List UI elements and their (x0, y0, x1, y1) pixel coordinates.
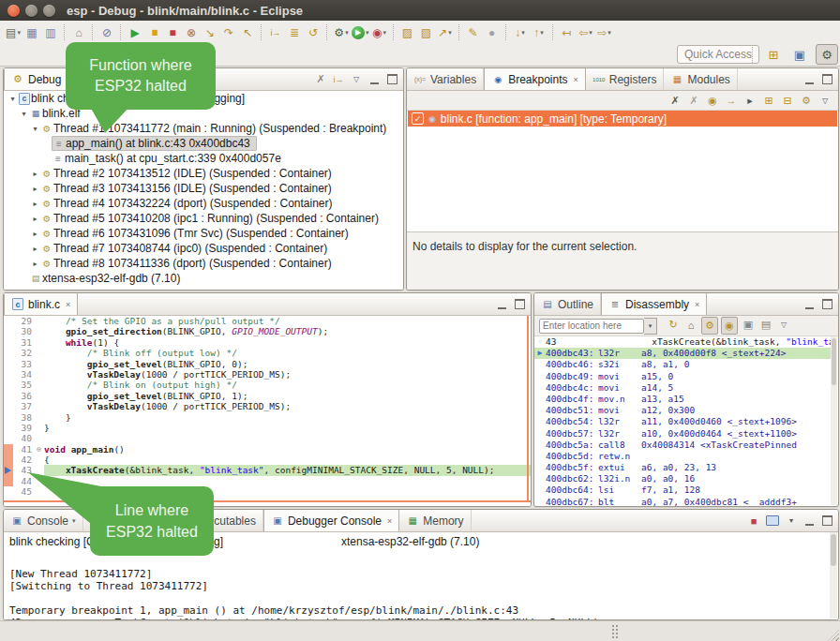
dropdown-arrow-icon[interactable]: ▾ (589, 29, 592, 37)
link-with-active-context-icon[interactable]: ⚙ (701, 317, 718, 335)
maximize-icon[interactable] (386, 74, 398, 84)
home-icon[interactable]: ⌂ (683, 317, 698, 333)
code-editor[interactable]: 29 /* Set the GPIO as a push/pull output… (4, 316, 531, 506)
display-console-icon[interactable] (766, 515, 779, 526)
tree-row[interactable]: ▸⚙Thread #4 1073432224 (dport) (Suspende… (4, 196, 403, 211)
last-edit-location-icon[interactable]: ↤ (559, 23, 576, 42)
disconnect-icon[interactable]: ⊗ (183, 23, 200, 42)
maximize-icon[interactable] (821, 515, 832, 526)
debug-icon[interactable]: ⚙▾ (333, 23, 350, 42)
disassembly-scrollbar[interactable] (831, 336, 837, 505)
dropdown-arrow-icon[interactable]: ▾ (345, 29, 349, 37)
breakpoint-row[interactable]: ✓ ◉ blink.c [function: app_main] [type: … (408, 111, 837, 127)
location-input[interactable]: Enter location here (539, 319, 644, 334)
external-tools-icon[interactable]: ◉▾ (371, 23, 388, 42)
disassembly-row[interactable]: 400dbc62:l32i.na0, a0, 16 (534, 473, 831, 484)
tree-row[interactable]: ≡app_main() at blink.c:43 0x400dbc43 (4, 136, 403, 151)
minimize-icon[interactable] (803, 300, 815, 309)
tab-console[interactable]: ▣Console▾ (4, 510, 83, 531)
tab-variables[interactable]: (x)=Variables (407, 68, 484, 90)
minimize-icon[interactable] (803, 75, 815, 84)
open-perspective-icon[interactable]: ⊞ (763, 45, 784, 64)
disassembly-row[interactable]: 400dbc54:l32ra11, 0x400d0460 <_stext+109… (534, 416, 831, 427)
code-line[interactable]: 44} (4, 476, 531, 486)
restart-icon[interactable]: ↺ (305, 23, 322, 42)
close-tab-icon[interactable]: × (66, 300, 70, 309)
refresh-icon[interactable]: ↻ (666, 317, 681, 333)
remove-console-icon[interactable]: ■ (748, 515, 759, 527)
dropdown-arrow-icon[interactable]: ▾ (17, 29, 21, 37)
show-breakpoints-supported-icon[interactable]: ◉ (707, 95, 718, 107)
code-line[interactable]: 30 gpio_set_direction(BLINK_GPIO, GPIO_M… (4, 326, 531, 336)
expand-all-icon[interactable]: ⊞ (763, 95, 774, 107)
tab-outline[interactable]: ▤Outline (534, 293, 601, 315)
save-all-icon[interactable]: ▥ (42, 23, 59, 42)
run-icon[interactable]: ▶▾ (352, 23, 369, 42)
instruction-step-mode-icon[interactable]: i→ (333, 75, 344, 84)
next-annotation-icon[interactable]: ↓▾ (512, 23, 529, 42)
console-dropdown-icon[interactable]: ▾ (786, 516, 797, 525)
dropdown-arrow-icon[interactable]: ▾ (366, 29, 369, 37)
tree-expander-icon[interactable]: ▾ (19, 110, 29, 118)
cpp-perspective-icon[interactable]: ▣ (789, 45, 810, 64)
tree-expander-icon[interactable]: ▸ (30, 185, 40, 193)
dropdown-arrow-icon[interactable]: ▾ (521, 29, 525, 37)
close-tab-icon[interactable]: × (574, 75, 578, 84)
suspend-icon[interactable]: ▮▮ (145, 23, 162, 42)
tab-memory[interactable]: ▦Memory (399, 510, 471, 531)
tree-expander-icon[interactable]: ▸ (30, 245, 40, 253)
code-line[interactable]: 42{ (4, 455, 531, 465)
tree-expander-icon[interactable]: ▸ (30, 230, 40, 238)
tree-row[interactable]: ▸⚙Thread #8 1073411336 (dport) (Suspende… (4, 256, 403, 271)
disassembly-row[interactable]: 400dbc49:movia15, 0 (534, 371, 831, 382)
tree-expander-icon[interactable]: ▾ (8, 95, 18, 103)
view-menu-icon[interactable]: ▽ (776, 317, 791, 333)
remove-all-terminated-icon[interactable]: ✗ (315, 73, 326, 85)
code-line[interactable]: 41⊖void app_main() (4, 444, 531, 455)
step-into-icon[interactable]: ↘ (202, 23, 218, 42)
open-new-view-icon[interactable]: ▤ (758, 317, 773, 333)
new-view-icon[interactable]: ▣ (741, 317, 756, 333)
code-line[interactable]: 29 /* Set the GPIO as a push/pull output… (4, 316, 531, 326)
tab-debugger-console[interactable]: ▣Debugger Console× (263, 510, 399, 531)
code-line[interactable]: 36 gpio_set_level(BLINK_GPIO, 1); (4, 391, 531, 401)
tree-row[interactable]: ▸⚙Thread #7 1073408744 (ipc0) (Suspended… (4, 241, 403, 256)
open-project-icon[interactable]: ▨ (399, 23, 416, 42)
dropdown-arrow-icon[interactable]: ▾ (608, 29, 611, 37)
resume-icon[interactable]: ▶ (127, 23, 143, 42)
select-pointer-icon[interactable]: ▸ (744, 95, 756, 107)
view-menu-icon[interactable]: ▽ (351, 75, 362, 83)
disassembly-row[interactable]: 400dbc4f:mov.na13, a15 (534, 394, 831, 405)
browser-icon[interactable]: ● (484, 23, 501, 42)
new-wizard-icon[interactable]: ▤▾ (5, 23, 22, 42)
maximize-button[interactable] (43, 5, 55, 17)
build-icon[interactable]: ⌂ (70, 23, 87, 42)
code-line[interactable]: 32 /* Blink off (output low) */ (4, 348, 531, 358)
breakpoint-checkbox[interactable]: ✓ (412, 112, 424, 125)
disassembly-row[interactable]: 400dbc51:movia12, 0x300 (534, 405, 831, 416)
view-menu-icon[interactable]: ▽ (819, 97, 831, 105)
tree-row[interactable]: ▸⚙Thread #3 1073413156 (IDLE) (Suspended… (4, 181, 403, 196)
minimize-icon[interactable] (496, 300, 507, 309)
skip-all-breakpoints-icon[interactable]: ⊘ (98, 23, 115, 42)
code-line[interactable]: 31 while(1) { (4, 337, 531, 348)
disassembly-row[interactable]: 400dbc67:blta0, a7, 0x400dbc81 <__adddf3… (534, 497, 831, 506)
code-line[interactable]: 37 vTaskDelay(1000 / portTICK_PERIOD_MS)… (4, 401, 531, 411)
dropdown-arrow-icon[interactable]: ▾ (448, 29, 452, 37)
tab-blink-c[interactable]: cblink.c× (4, 293, 78, 315)
launch-icon[interactable]: ↗▾ (437, 23, 454, 42)
fold-marker-icon[interactable]: ⊖ (34, 444, 44, 455)
tree-row[interactable]: ▸⚙Thread #5 1073410208 (ipc1 : Running) … (4, 211, 403, 226)
code-line[interactable]: 43 xTaskCreate(&blink_task, "blink_task"… (4, 465, 531, 475)
code-line[interactable]: 33 gpio_set_level(BLINK_GPIO, 0); (4, 359, 531, 369)
tab-registers[interactable]: 1010Registers (586, 68, 665, 90)
code-line[interactable]: 34 vTaskDelay(1000 / portTICK_PERIOD_MS)… (4, 369, 531, 380)
tree-expander-icon[interactable]: ▸ (30, 170, 40, 178)
maximize-icon[interactable] (821, 299, 832, 309)
terminate-icon[interactable]: ■ (164, 23, 181, 42)
collapse-all-icon[interactable]: ⊟ (782, 95, 793, 107)
tab-modules[interactable]: ▦Modules (664, 68, 737, 90)
tab-menu-icon[interactable]: ▾ (72, 517, 76, 525)
minimize-button[interactable] (25, 5, 38, 17)
instruction-stepping-icon[interactable]: i→ (267, 23, 284, 42)
